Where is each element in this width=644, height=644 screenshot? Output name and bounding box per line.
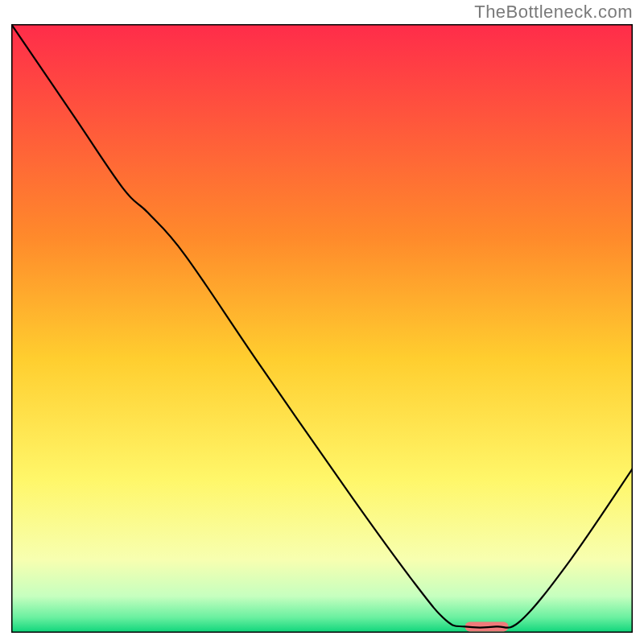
chart-background [11, 24, 633, 633]
bottleneck-chart [11, 24, 633, 633]
attribution-label: TheBottleneck.com [474, 2, 633, 23]
